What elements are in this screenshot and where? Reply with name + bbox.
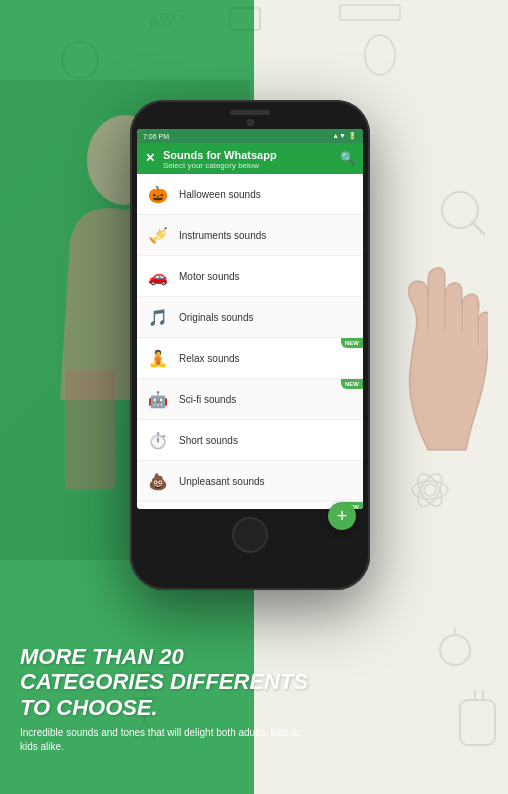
originals-icon: 🎵 (145, 304, 171, 330)
category-name: Halloween sounds (179, 189, 261, 200)
scifi-icon: 🤖 (145, 386, 171, 412)
phone-speaker (230, 110, 270, 115)
app-subtitle: Select your category below (163, 161, 340, 170)
category-name: Sci-fi sounds (179, 394, 236, 405)
category-name: Originals sounds (179, 312, 253, 323)
search-icon[interactable]: 🔍 (340, 151, 355, 165)
status-icons: ▲▼ 🔋 (332, 132, 357, 140)
svg-rect-2 (230, 8, 260, 30)
category-name: Short sounds (179, 435, 238, 446)
short-icon: ⏱️ (145, 427, 171, 453)
halloween-icon: 🎃 (145, 181, 171, 207)
bottom-text-area: MORE THAN 20 CATEGORIES DIFFERENTS TO CH… (20, 644, 320, 754)
category-name: Motor sounds (179, 271, 240, 282)
instruments-icon: 🎺 (145, 222, 171, 248)
status-bar: 7:06 PM ▲▼ 🔋 (137, 129, 363, 143)
svg-rect-22 (65, 370, 115, 490)
category-name: Instruments sounds (179, 230, 266, 241)
svg-point-4 (365, 35, 395, 75)
svg-point-8 (440, 635, 470, 665)
unpleasant-icon: 💩 (145, 468, 171, 494)
svg-rect-5 (460, 700, 495, 745)
close-button[interactable]: ✕ (145, 151, 155, 165)
app-title: Sounds for Whatsapp (163, 149, 340, 161)
subtext: Incredible sounds and tones that will de… (20, 726, 320, 754)
status-time: 7:06 PM (143, 133, 169, 140)
svg-point-10 (424, 484, 436, 496)
svg-text:ABC: ABC (146, 5, 187, 34)
category-name: Relax sounds (179, 353, 240, 364)
header-text-group: Sounds for Whatsapp Select your category… (163, 149, 340, 170)
headline: MORE THAN 20 CATEGORIES DIFFERENTS TO CH… (20, 644, 320, 720)
svg-point-1 (62, 42, 98, 78)
phone-home-button[interactable] (232, 517, 268, 553)
phone-camera (247, 119, 254, 126)
svg-line-20 (472, 222, 484, 234)
app-header: ✕ Sounds for Whatsapp Select your catego… (137, 143, 363, 174)
svg-rect-3 (340, 5, 400, 20)
list-item[interactable]: 🎃 Halloween sounds (137, 174, 363, 215)
motor-icon: 🚗 (145, 263, 171, 289)
fab-button[interactable]: + (328, 502, 356, 530)
hand-graphic (328, 250, 488, 480)
category-name: Unpleasant sounds (179, 476, 265, 487)
relax-icon: 🧘 (145, 345, 171, 371)
